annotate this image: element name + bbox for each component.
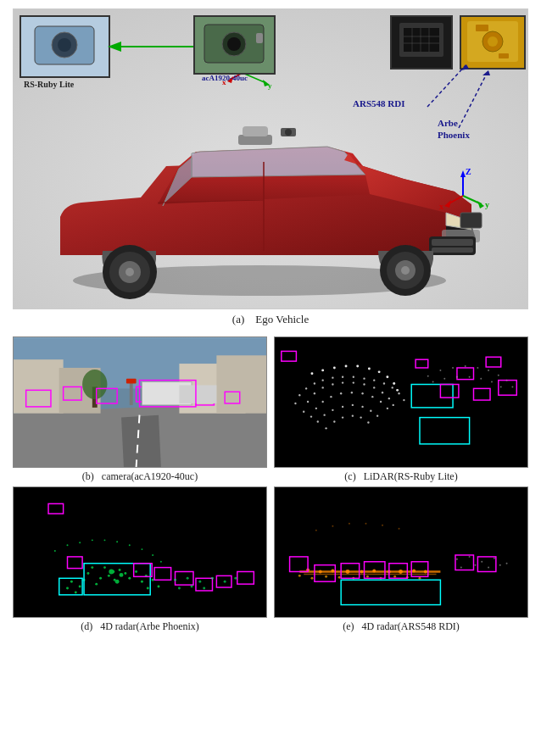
svg-point-107 xyxy=(392,386,393,388)
caption-text-d: 4D radar(Arbe Phoenix) xyxy=(100,620,199,632)
svg-point-130 xyxy=(380,401,382,403)
arbe-svg xyxy=(14,487,266,618)
svg-point-124 xyxy=(321,401,323,403)
svg-marker-75 xyxy=(121,415,161,468)
svg-point-153 xyxy=(386,375,388,378)
svg-point-216 xyxy=(160,561,162,563)
svg-point-202 xyxy=(158,586,160,588)
svg-point-137 xyxy=(361,406,363,408)
svg-point-109 xyxy=(403,399,404,401)
svg-point-261 xyxy=(481,561,482,563)
svg-text:ARS548 RDI: ARS548 RDI xyxy=(353,98,404,108)
svg-point-252 xyxy=(338,576,341,579)
svg-point-262 xyxy=(494,558,495,559)
camera-image xyxy=(13,336,267,468)
svg-point-62 xyxy=(488,36,498,47)
svg-rect-95 xyxy=(275,339,527,467)
lidar-image xyxy=(274,336,528,468)
svg-point-110 xyxy=(303,411,304,413)
svg-point-140 xyxy=(325,427,326,429)
panel-lidar: (c) LiDAR(RS-Ruby Lite) xyxy=(274,336,528,483)
svg-point-199 xyxy=(75,591,77,593)
svg-point-247 xyxy=(412,570,416,573)
svg-point-266 xyxy=(488,567,489,569)
svg-point-251 xyxy=(325,575,327,578)
svg-point-13 xyxy=(125,268,134,276)
svg-rect-20 xyxy=(460,213,482,228)
svg-point-171 xyxy=(498,375,499,376)
svg-text:x: x xyxy=(439,202,443,211)
svg-point-196 xyxy=(79,586,81,588)
caption-text-c: LiDAR(RS-Ruby Lite) xyxy=(364,470,458,482)
svg-point-188 xyxy=(128,577,131,580)
svg-point-213 xyxy=(129,544,131,546)
caption-label-e: (e) xyxy=(343,620,354,632)
svg-point-198 xyxy=(66,587,69,590)
svg-point-192 xyxy=(141,581,143,583)
svg-point-129 xyxy=(371,396,373,397)
svg-point-128 xyxy=(361,392,363,394)
svg-point-208 xyxy=(67,544,69,546)
svg-point-114 xyxy=(332,383,333,385)
svg-point-144 xyxy=(360,416,361,418)
svg-point-187 xyxy=(103,566,106,569)
svg-point-118 xyxy=(373,386,375,388)
lidar-caption: (c) LiDAR(RS-Ruby Lite) xyxy=(344,470,457,483)
svg-rect-236 xyxy=(275,489,527,617)
svg-point-98 xyxy=(305,387,307,389)
svg-point-232 xyxy=(234,577,237,580)
svg-text:acA1920-40uc: acA1920-40uc xyxy=(202,74,248,82)
svg-point-100 xyxy=(321,379,323,381)
caption-label-a: (a) xyxy=(232,313,244,325)
svg-point-209 xyxy=(79,542,81,543)
svg-point-210 xyxy=(92,539,93,541)
svg-point-111 xyxy=(307,401,309,403)
svg-point-201 xyxy=(152,579,154,581)
svg-point-249 xyxy=(298,575,301,577)
svg-point-263 xyxy=(506,563,508,564)
svg-point-278 xyxy=(332,525,333,527)
camera-svg xyxy=(14,337,266,468)
svg-point-139 xyxy=(376,414,378,416)
svg-point-279 xyxy=(349,523,350,525)
svg-rect-77 xyxy=(14,359,64,414)
svg-point-152 xyxy=(378,370,381,373)
svg-point-120 xyxy=(388,397,390,399)
svg-point-233 xyxy=(178,587,181,590)
svg-point-149 xyxy=(345,365,348,368)
svg-point-203 xyxy=(147,587,149,590)
svg-rect-5 xyxy=(432,247,473,253)
svg-point-258 xyxy=(419,577,421,580)
svg-point-244 xyxy=(372,570,376,573)
svg-point-212 xyxy=(116,541,118,542)
panel-arbe: (d) 4D radar(Arbe Phoenix) xyxy=(13,486,267,633)
svg-rect-64 xyxy=(499,53,509,58)
svg-point-132 xyxy=(317,420,319,422)
svg-point-122 xyxy=(310,415,312,417)
svg-rect-53 xyxy=(404,28,439,52)
svg-point-189 xyxy=(99,577,102,580)
panel-ars548: (e) 4D radar(ARS548 RDI) xyxy=(274,486,528,633)
svg-point-256 xyxy=(393,575,396,578)
svg-point-282 xyxy=(399,528,400,530)
svg-point-214 xyxy=(141,548,142,550)
svg-point-190 xyxy=(135,570,137,573)
svg-point-178 xyxy=(480,378,482,380)
svg-point-148 xyxy=(333,367,336,370)
svg-text:Phoenix: Phoenix xyxy=(438,130,470,140)
svg-point-175 xyxy=(443,378,445,380)
svg-point-104 xyxy=(363,378,365,380)
svg-point-281 xyxy=(382,525,383,526)
svg-point-147 xyxy=(321,369,324,371)
lidar-svg xyxy=(275,337,527,468)
svg-point-234 xyxy=(191,586,193,588)
svg-point-151 xyxy=(368,367,371,370)
svg-rect-17 xyxy=(243,126,268,136)
svg-point-230 xyxy=(211,577,214,580)
svg-point-183 xyxy=(119,569,121,571)
camera-caption: (b) camera(acA1920-40uc) xyxy=(82,470,198,483)
svg-point-96 xyxy=(294,403,296,404)
svg-point-138 xyxy=(370,410,371,412)
svg-point-243 xyxy=(360,570,364,574)
svg-point-123 xyxy=(315,408,317,409)
